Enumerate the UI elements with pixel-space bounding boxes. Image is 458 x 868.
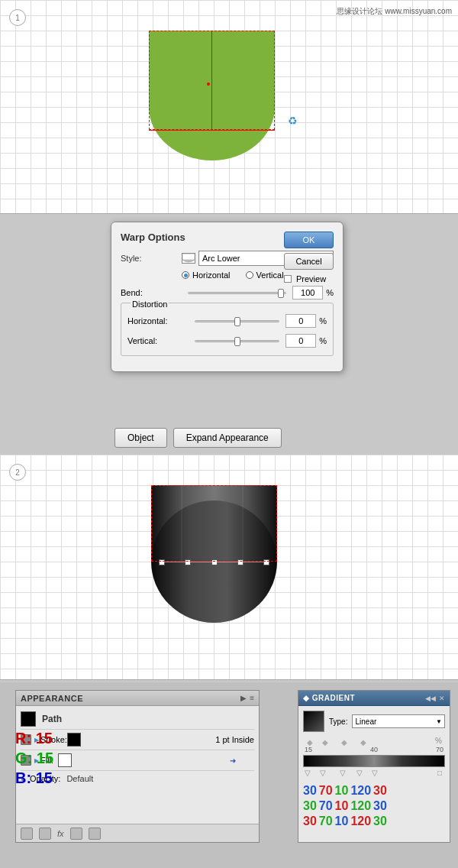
cn-blue-30-2: 30 <box>373 799 387 813</box>
path-thumbnail <box>21 711 36 727</box>
bend-percent: % <box>326 288 334 297</box>
stop-top-3[interactable]: ◆ <box>341 738 347 747</box>
rgb-display: R: 15 G: 15 B: 15 <box>15 728 53 788</box>
gradient-body: Type: Linear ▼ ◆ ◆ ◆ ◆ % 15 40 70 <box>298 706 450 833</box>
green-shape <box>149 31 275 160</box>
footer-rect-icon[interactable] <box>39 828 51 840</box>
stop-label-70: 70 <box>436 746 443 753</box>
cn-red-30-3: 30 <box>303 815 317 828</box>
cn-red-70: 70 <box>319 784 333 798</box>
appearance-titlebar: APPEARANCE ▶ ≡ <box>16 691 259 706</box>
stop-bot-5[interactable]: ▽ <box>372 769 378 777</box>
bend-row: Bend: 100 % <box>121 286 334 300</box>
green-shape-area: 8 ♻ <box>149 31 275 160</box>
horizontal-dist-label: Horizontal: <box>127 316 189 326</box>
vertical-dist-label: Vertical: <box>127 336 189 345</box>
crosshair-horizontal <box>149 130 275 131</box>
cn-blue-70-2: 70 <box>319 799 333 813</box>
bend-slider-track[interactable] <box>188 292 286 294</box>
v-dist-value[interactable]: 0 <box>285 334 316 348</box>
panels-area: R: 15 G: 15 B: 15 ➤ APPEARANCE ▶ ≡ Path … <box>0 682 458 868</box>
cn-blue-10-3: 10 <box>335 815 349 828</box>
horizontal-dist-row: Horizontal: 0 % <box>127 314 327 328</box>
distortion-title: Distortion <box>131 300 169 309</box>
gradient-collapse-icon[interactable]: ◀◀ <box>425 695 436 702</box>
footer-delete-icon[interactable] <box>89 828 101 840</box>
stop-label-40: 40 <box>370 746 378 753</box>
radio-vertical-circle <box>246 271 253 279</box>
stop-bot-4[interactable]: ▽ <box>356 769 363 777</box>
stroke-info: 1 pt Inside <box>215 735 254 744</box>
radio-horizontal[interactable]: Horizontal <box>182 270 231 280</box>
gradient-panel: ◆ GRADIENT ◀◀ ✕ Type: Linear ▼ ◆ ◆ ◆ <box>298 690 450 843</box>
warp-handle-icon[interactable]: ♻ <box>288 115 298 127</box>
stroke-row: ▶ Stroke: 1 pt Inside <box>21 730 254 750</box>
fill-color-swatch[interactable] <box>58 753 72 767</box>
style-label: Style: <box>121 254 182 263</box>
appearance-title: APPEARANCE <box>21 694 83 703</box>
rgb-b-value: B: 15 <box>15 768 53 788</box>
panel-footer: fx <box>16 824 259 842</box>
cn-green-30-2: 30 <box>303 799 317 813</box>
v-dist-slider[interactable] <box>195 340 279 342</box>
cancel-button[interactable]: Cancel <box>284 253 334 270</box>
v-dist-thumb[interactable] <box>234 337 240 346</box>
cn-red-30: 30 <box>373 784 387 798</box>
radio-horizontal-circle <box>182 271 189 279</box>
stop-label-15: 15 <box>305 746 312 753</box>
warp-options-dialog: Warp Options Style: Arc Lower ▼ Horizont… <box>111 222 344 372</box>
watermark: 思缘设计论坛 www.missyuan.com <box>337 6 452 17</box>
v-dist-percent: % <box>319 336 327 345</box>
dark-shape-svg <box>151 485 277 646</box>
stop-top-4[interactable]: ◆ <box>360 738 366 747</box>
stop-bot-2[interactable]: ▽ <box>320 769 326 777</box>
stop-top-1[interactable]: ◆ <box>307 738 313 747</box>
ok-button[interactable]: OK <box>284 232 334 248</box>
gradient-close-icon[interactable]: ✕ <box>439 695 445 702</box>
gradient-type-row: Type: Linear ▼ <box>303 711 445 732</box>
expand-appearance-button[interactable]: Expand Appearance <box>173 428 282 448</box>
step-number-1: 1 <box>9 9 26 26</box>
radio-vertical[interactable]: Vertical <box>246 270 284 280</box>
bend-value[interactable]: 100 <box>292 286 323 300</box>
panel-close-icon[interactable]: ▶ <box>240 694 247 702</box>
stroke-color-swatch[interactable] <box>67 733 81 747</box>
footer-new-icon[interactable] <box>70 828 82 840</box>
h-dist-slider[interactable] <box>195 320 279 322</box>
distortion-group: Distortion Horizontal: 0 % Vertical: 0 % <box>121 303 334 356</box>
object-button[interactable]: Object <box>114 428 167 448</box>
bend-slider-thumb[interactable] <box>278 289 284 298</box>
h-dist-thumb[interactable] <box>234 317 240 326</box>
canvas-section-1: 1 8 ♻ <box>0 0 458 214</box>
panel-menu-icon[interactable]: ≡ <box>250 694 254 702</box>
gradient-titlebar: ◆ GRADIENT ◀◀ ✕ <box>298 691 450 706</box>
h-dist-value[interactable]: 0 <box>285 314 316 328</box>
stop-bot-3[interactable]: ▽ <box>340 769 346 777</box>
cn-red-120-3: 120 <box>350 815 371 828</box>
h-dist-percent: % <box>319 316 327 326</box>
vertical-dist-row: Vertical: 0 % <box>127 334 327 348</box>
gradient-add-icon[interactable]: □ <box>437 769 442 777</box>
cn-green-10: 10 <box>335 784 349 798</box>
opacity-row: ● Opacity: Default <box>21 771 254 786</box>
footer-fx-icon[interactable]: fx <box>57 829 64 838</box>
gradient-title: ◆ GRADIENT <box>303 694 355 702</box>
fill-arrow-icon: ➜ <box>230 756 236 765</box>
preview-checkbox[interactable] <box>284 275 292 283</box>
dark-shape-area <box>151 485 277 646</box>
cn-blue-30: 30 <box>303 784 317 798</box>
rgb-g-value: G: 15 <box>15 748 53 768</box>
type-label: Type: <box>329 717 347 726</box>
stop-top-2[interactable]: ◆ <box>322 738 328 747</box>
footer-add-icon[interactable] <box>21 828 33 840</box>
center-dot <box>207 83 210 86</box>
stop-bot-1[interactable]: ▽ <box>305 769 311 777</box>
type-dropdown-arrow: ▼ <box>436 718 442 725</box>
path-row: Path <box>21 709 254 730</box>
gradient-window-icons: ◀◀ ✕ <box>425 695 445 702</box>
type-dropdown[interactable]: Linear ▼ <box>352 714 445 728</box>
cn-blue-120: 120 <box>350 784 371 798</box>
gradient-bar[interactable] <box>303 755 445 767</box>
color-number-area: 30 70 10 120 30 30 70 10 120 30 30 70 10 <box>303 784 445 828</box>
panel-close-icons: ▶ ≡ <box>240 694 254 702</box>
